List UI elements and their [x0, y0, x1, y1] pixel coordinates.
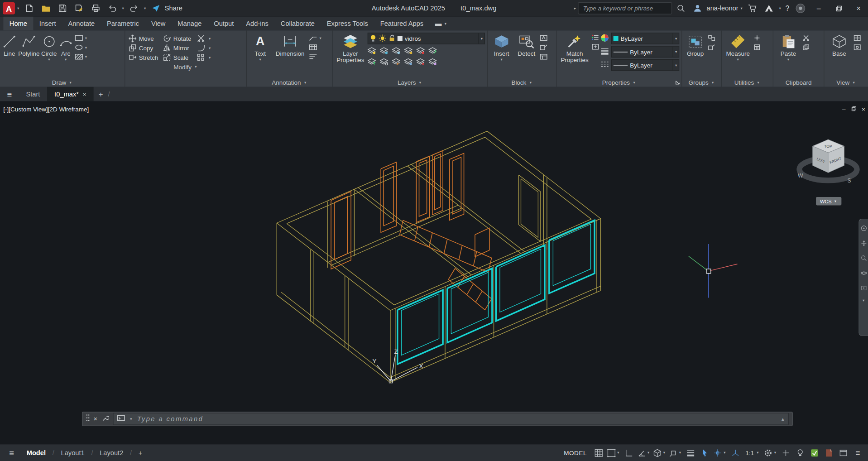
trim-tool[interactable]: ▾ [197, 34, 222, 43]
glass-panels[interactable] [398, 220, 595, 364]
viewcube[interactable]: W S TOP LEFT FRONT [798, 139, 857, 184]
ungroup-tool[interactable] [708, 34, 715, 42]
object-snap-toggle[interactable]: ▾ [668, 446, 683, 459]
base-view-button[interactable]: Base [826, 33, 852, 57]
detect-button[interactable]: Detect [515, 33, 538, 57]
rotate-tool[interactable]: Rotate [163, 34, 197, 43]
undo-icon[interactable] [104, 1, 120, 15]
utilities-panel-footer[interactable]: Utilities▾ [722, 77, 772, 87]
viewport-config-tool[interactable] [854, 34, 861, 42]
navbar-caret-icon[interactable]: ▾ [862, 298, 866, 303]
paste-button[interactable]: Paste ▾ [776, 33, 801, 62]
command-line[interactable]: × ▾ Type a command ▲ [82, 412, 793, 426]
properties-dialog-launcher-icon[interactable] [676, 79, 680, 86]
user-menu-caret-icon[interactable]: ▾ [739, 6, 743, 10]
grid-display-toggle[interactable] [592, 446, 606, 459]
command-line-close-icon[interactable]: × [94, 415, 98, 423]
manage-attributes-tool[interactable] [540, 53, 547, 60]
model-space-toggle[interactable]: MODEL [559, 449, 591, 456]
recent-commands-caret-icon[interactable]: ▾ [129, 417, 133, 421]
recent-commands-icon[interactable] [117, 415, 125, 423]
line-tool[interactable]: Line [2, 33, 17, 57]
rectangle-tool[interactable]: ▾ [75, 34, 88, 42]
graphics-performance-icon[interactable] [808, 446, 822, 459]
layer-isolate-icon[interactable] [380, 47, 388, 55]
annotation-panel-footer[interactable]: Annotation▾ [247, 77, 332, 87]
command-line-customize-icon[interactable] [101, 414, 109, 424]
layer-color-swatch[interactable] [398, 36, 403, 41]
circle-tool[interactable]: Circle ▾ [41, 33, 57, 62]
view-panel-footer[interactable]: View▾ [824, 77, 868, 87]
annotation-monitor-icon[interactable] [779, 446, 793, 459]
insert-caret-icon[interactable]: ▾ [499, 58, 504, 62]
search-icon[interactable] [673, 1, 689, 15]
layer-properties-button[interactable]: Layer Properties [335, 33, 366, 63]
search-collapse-caret-icon[interactable]: ▸ [573, 6, 577, 10]
tab-add-ins[interactable]: Add-ins [240, 17, 275, 31]
clipboard-panel-footer[interactable]: Clipboard [773, 77, 824, 87]
wcs-dropdown[interactable]: WCS ▾ [816, 197, 841, 205]
define-attribute-tool[interactable] [540, 34, 547, 42]
close-button[interactable]: × [849, 0, 868, 17]
properties-panel-footer[interactable]: Properties▾ [557, 77, 681, 87]
ribbon-display-toggle[interactable]: ▬▾ [435, 17, 448, 31]
lineweight-display-toggle[interactable] [684, 446, 698, 459]
mirror-tool[interactable]: Mirror [163, 44, 197, 52]
plot-icon[interactable] [88, 1, 103, 15]
arc-tool[interactable]: Arc ▾ [58, 33, 73, 62]
new-file-icon[interactable] [21, 1, 37, 15]
app-menu-caret-icon[interactable]: ▾ [16, 6, 20, 10]
document-tab-close-icon[interactable]: × [83, 91, 86, 97]
layer-unlock-icon[interactable] [388, 34, 395, 43]
isolate-objects-icon[interactable] [793, 446, 807, 459]
object-color-dropdown[interactable]: ByLayer ▾ [611, 33, 679, 44]
share-label[interactable]: Share [165, 5, 182, 12]
block-panel-footer[interactable]: Block▾ [488, 77, 556, 87]
clean-screen-icon[interactable] [836, 446, 850, 459]
restore-button[interactable] [829, 0, 848, 17]
layer-off-icon[interactable] [368, 47, 376, 55]
layer-dropdown[interactable]: vidros ▾ [368, 33, 485, 44]
insert-block-button[interactable]: Insert ▾ [490, 33, 513, 62]
qat-customize-caret-icon[interactable]: ▾ [143, 6, 147, 10]
model-scene[interactable]: X Y Z W S TOP LEFT [0, 101, 868, 445]
tab-parametric[interactable]: Parametric [101, 17, 145, 31]
pickadd-toggle-icon[interactable] [592, 43, 599, 50]
search-input[interactable]: Type a keyword or phrase [578, 2, 672, 14]
drawing-area[interactable]: [-] [Custom View] [2D Wireframe] – × [0, 101, 868, 445]
layer-merge-icon[interactable] [404, 58, 412, 66]
named-views-tool[interactable] [854, 44, 861, 51]
osnap-caret-icon[interactable]: ▾ [678, 451, 682, 455]
save-as-icon[interactable] [71, 1, 86, 15]
object-color-caret-icon[interactable]: ▾ [673, 33, 677, 43]
command-expand-icon[interactable]: ▲ [781, 417, 785, 422]
help-icon[interactable]: ? [783, 4, 792, 12]
apps-caret-icon[interactable]: ▾ [778, 6, 782, 10]
orbit-icon[interactable] [861, 269, 867, 279]
polyline-tool[interactable]: Polyline [18, 33, 39, 57]
new-layout-button[interactable]: + [134, 449, 148, 456]
quick-calculator-tool[interactable] [753, 44, 761, 51]
minimize-button[interactable]: – [809, 0, 828, 17]
layout2-tab[interactable]: Layout2 [95, 449, 128, 456]
tab-output[interactable]: Output [208, 17, 240, 31]
id-point-tool[interactable] [753, 34, 761, 42]
selection-cycling-toggle[interactable] [698, 446, 712, 459]
paste-caret-icon[interactable]: ▾ [786, 58, 790, 62]
stretch-tool[interactable]: Stretch [129, 53, 163, 61]
group-button[interactable]: Group [684, 33, 706, 57]
showmotion-icon[interactable] [861, 283, 867, 293]
layer-states-icon[interactable] [428, 58, 436, 66]
dimension-tool[interactable]: Dimension [273, 33, 307, 57]
app-menu-button[interactable]: A [3, 2, 15, 14]
user-name[interactable]: ana-leonor [706, 5, 738, 12]
linetype-dropdown[interactable]: ByLayer ▾ [611, 59, 679, 71]
layer-thaw-icon[interactable] [379, 34, 386, 43]
layer-dropdown-caret-icon[interactable]: ▾ [479, 33, 483, 43]
tab-start[interactable]: Start [19, 87, 48, 101]
draw-panel-footer[interactable]: Draw▾ [0, 77, 125, 87]
tab-manage[interactable]: Manage [172, 17, 208, 31]
layer-previous-icon[interactable] [392, 58, 400, 66]
navigation-bar[interactable]: ▾ [858, 219, 868, 336]
linetype-caret-icon[interactable]: ▾ [673, 60, 677, 70]
